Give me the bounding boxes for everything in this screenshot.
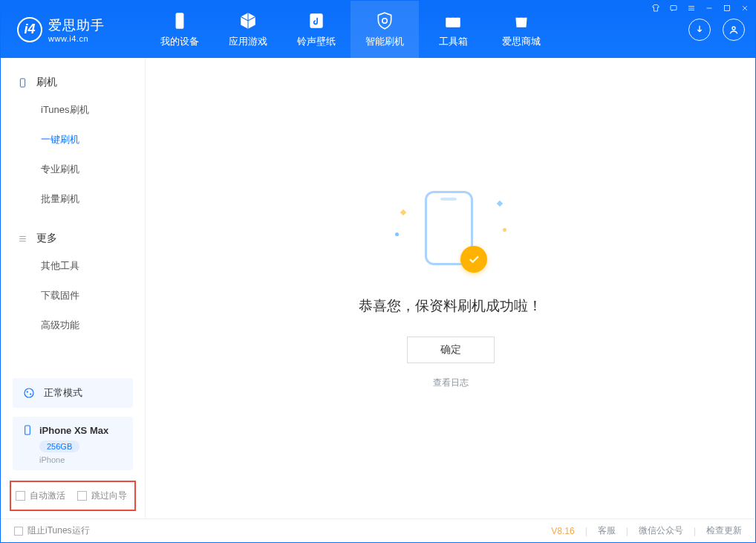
list-icon <box>17 233 29 244</box>
main-nav: 我的设备 应用游戏 铃声壁纸 智能刷机 工具箱 爱思商城 <box>146 1 555 58</box>
logo[interactable]: i4 爱思助手 www.i4.cn <box>1 16 146 43</box>
nav-label: 应用游戏 <box>229 35 267 48</box>
sidebar-item-oneclick-flash[interactable]: 一键刷机 <box>1 125 145 155</box>
sidebar-item-download-firmware[interactable]: 下载固件 <box>1 281 145 310</box>
download-button[interactable] <box>688 19 711 41</box>
checkbox-skip-guide[interactable]: 跳过向导 <box>77 490 127 502</box>
svg-rect-4 <box>446 17 460 27</box>
phone-small-icon <box>22 424 33 436</box>
bag-icon <box>512 11 531 30</box>
nav-label: 爱思商城 <box>502 35 541 48</box>
menu-icon[interactable] <box>687 4 696 13</box>
device-storage-badge: 256GB <box>39 440 79 452</box>
nav-flash[interactable]: 智能刷机 <box>351 1 419 58</box>
device-name: iPhone XS Max <box>39 425 108 436</box>
svg-rect-3 <box>310 13 322 28</box>
sidebar-item-itunes-flash[interactable]: iTunes刷机 <box>1 95 145 125</box>
nav-store[interactable]: 爱思商城 <box>487 1 555 58</box>
window-controls <box>651 4 749 13</box>
sidebar-section-flash[interactable]: 刷机 <box>1 68 145 95</box>
device-type: iPhone <box>39 455 124 464</box>
mode-card[interactable]: 正常模式 <box>13 378 133 408</box>
checkbox-icon <box>77 491 87 501</box>
user-button[interactable] <box>723 19 745 41</box>
nav-label: 我的设备 <box>160 35 199 48</box>
maximize-icon[interactable] <box>723 4 731 13</box>
device-icon <box>17 77 29 88</box>
svg-rect-2 <box>176 13 184 29</box>
nav-apps[interactable]: 应用游戏 <box>214 1 282 58</box>
checkbox-icon <box>14 527 23 536</box>
success-illustration <box>395 188 506 277</box>
section-title: 刷机 <box>36 76 57 89</box>
sidebar-section-more[interactable]: 更多 <box>1 224 145 251</box>
svg-rect-1 <box>725 6 730 11</box>
toolbox-icon <box>443 11 463 30</box>
svg-point-7 <box>25 388 33 397</box>
checkbox-icon <box>16 491 25 501</box>
sidebar-item-advanced[interactable]: 高级功能 <box>1 310 145 340</box>
footer-link-support[interactable]: 客服 <box>598 524 616 537</box>
svg-point-5 <box>732 27 735 30</box>
logo-icon: i4 <box>17 17 42 42</box>
sidebar-item-batch-flash[interactable]: 批量刷机 <box>1 184 145 214</box>
ok-button[interactable]: 确定 <box>407 336 495 363</box>
success-message: 恭喜您，保资料刷机成功啦！ <box>359 296 542 316</box>
nav-label: 工具箱 <box>439 35 468 48</box>
mode-label: 正常模式 <box>44 386 82 400</box>
nav-my-device[interactable]: 我的设备 <box>146 1 214 58</box>
nav-ringtones[interactable]: 铃声壁纸 <box>282 1 351 58</box>
device-card[interactable]: iPhone XS Max 256GB iPhone <box>13 417 133 470</box>
app-subtitle: www.i4.cn <box>48 34 105 43</box>
svg-rect-0 <box>671 6 677 10</box>
phone-icon <box>170 11 189 30</box>
skin-icon[interactable] <box>651 4 660 13</box>
footer-link-wechat[interactable]: 微信公众号 <box>639 524 683 537</box>
sidebar-item-other-tools[interactable]: 其他工具 <box>1 251 145 281</box>
checkbox-label: 自动激活 <box>30 490 65 502</box>
checkmark-icon <box>460 246 487 273</box>
footer-link-update[interactable]: 检查更新 <box>706 524 742 537</box>
nav-label: 智能刷机 <box>365 35 404 48</box>
feedback-icon[interactable] <box>669 4 678 13</box>
app-window: i4 爱思助手 www.i4.cn 我的设备 应用游戏 铃声壁纸 智能刷机 <box>0 0 756 543</box>
app-title: 爱思助手 <box>48 16 105 34</box>
view-log-link[interactable]: 查看日志 <box>433 377 469 389</box>
main-content: 恭喜您，保资料刷机成功啦！ 确定 查看日志 <box>146 58 755 518</box>
body: 刷机 iTunes刷机 一键刷机 专业刷机 批量刷机 更多 其他工具 下载固件 … <box>1 58 755 518</box>
svg-rect-10 <box>25 426 30 435</box>
sidebar-item-pro-flash[interactable]: 专业刷机 <box>1 155 145 184</box>
header: i4 爱思助手 www.i4.cn 我的设备 应用游戏 铃声壁纸 智能刷机 <box>1 1 755 58</box>
nav-label: 铃声壁纸 <box>297 35 336 48</box>
checkbox-auto-activate[interactable]: 自动激活 <box>16 490 65 502</box>
svg-rect-6 <box>20 78 25 86</box>
checkbox-label: 跳过向导 <box>91 490 127 502</box>
checkbox-label: 阻止iTunes运行 <box>27 524 90 537</box>
highlighted-options: 自动激活 跳过向导 <box>10 481 136 511</box>
checkbox-block-itunes[interactable]: 阻止iTunes运行 <box>14 524 90 537</box>
music-icon <box>307 11 326 30</box>
section-title: 更多 <box>36 232 57 245</box>
cube-icon <box>238 11 258 30</box>
footer: 阻止iTunes运行 V8.16 | 客服 | 微信公众号 | 检查更新 <box>1 518 755 542</box>
nav-toolbox[interactable]: 工具箱 <box>419 1 487 58</box>
minimize-icon[interactable] <box>705 4 714 13</box>
sidebar: 刷机 iTunes刷机 一键刷机 专业刷机 批量刷机 更多 其他工具 下载固件 … <box>1 58 146 518</box>
close-icon[interactable] <box>740 4 749 13</box>
refresh-shield-icon <box>375 11 394 30</box>
mode-icon <box>22 386 36 400</box>
svg-point-8 <box>27 391 28 392</box>
version-label: V8.16 <box>551 526 574 536</box>
svg-point-9 <box>30 393 31 394</box>
